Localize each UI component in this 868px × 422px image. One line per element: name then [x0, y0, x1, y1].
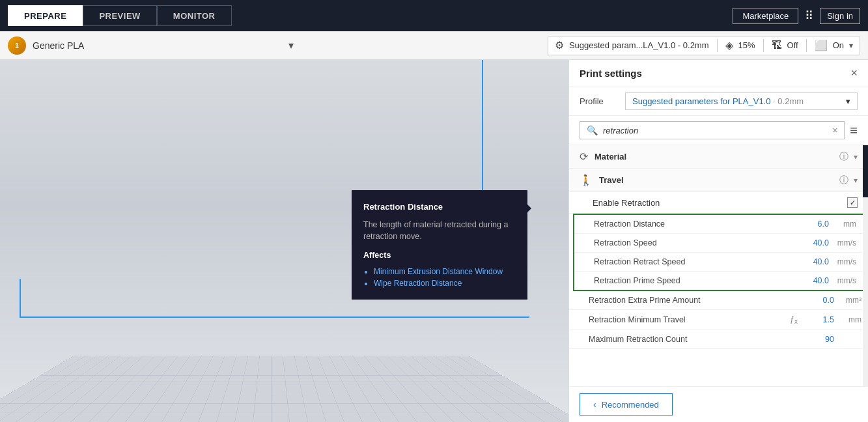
- top-nav: PREPARE PREVIEW MONITOR Marketplace ⠿ Si…: [0, 0, 868, 31]
- retraction-min-travel-unit: mm: [837, 315, 861, 324]
- retraction-distance-value: 6.0: [796, 219, 829, 229]
- retraction-retract-speed-row: Retraction Retract Speed 40.0 mm/s: [574, 253, 863, 272]
- search-icon: 🔍: [587, 125, 598, 135]
- affects-item-2: Wipe Retraction Distance: [374, 277, 516, 289]
- separator3: [806, 39, 807, 52]
- close-panel-btn[interactable]: ×: [850, 66, 858, 80]
- right-panel: Print settings × Profile Suggested param…: [568, 60, 868, 422]
- adhesion-label: On: [833, 40, 844, 50]
- fx-icon: ƒx: [790, 315, 798, 325]
- profile-select-text: Suggested parameters for PLA_V1.0 · 0.2m…: [632, 96, 804, 106]
- material-label-section: Material: [595, 152, 839, 162]
- retraction-extra-prime-label: Retraction Extra Prime Amount: [589, 296, 802, 305]
- search-row: 🔍 × ≡: [569, 116, 868, 145]
- infill-percent: 15%: [738, 40, 755, 50]
- retraction-distance-unit: mm: [832, 219, 856, 229]
- material-dropdown-icon[interactable]: ▾: [288, 39, 294, 51]
- separator1: [717, 39, 718, 52]
- prepare-btn[interactable]: PREPARE: [8, 5, 83, 26]
- enable-retraction-label: Enable Retraction: [593, 198, 847, 208]
- retraction-params-block: Retraction Distance 6.0 mm Retraction Sp…: [573, 214, 864, 291]
- retraction-extra-prime-unit: mm³: [837, 296, 861, 305]
- scrollbar-thumb[interactable]: [863, 145, 868, 197]
- profile-select[interactable]: Suggested parameters for PLA_V1.0 · 0.2m…: [625, 92, 858, 110]
- enable-retraction-row: Enable Retraction ✓: [569, 192, 868, 214]
- viewport: Retraction Distance The length of materi…: [0, 60, 568, 422]
- retraction-retract-speed-value: 40.0: [796, 257, 829, 266]
- enable-retraction-checkbox[interactable]: ✓: [847, 197, 858, 208]
- affects-item-1: Minimum Extrusion Distance Window: [374, 266, 516, 277]
- profile-circle: 1: [8, 36, 26, 55]
- profile-short-label: Suggested param...LA_V1.0 - 0.2mm: [569, 40, 709, 50]
- travel-icon: 🚶: [580, 174, 593, 186]
- search-box: 🔍 ×: [580, 121, 845, 139]
- retraction-min-travel-label: Retraction Minimum Travel: [589, 315, 790, 324]
- tooltip-affects-list: Minimum Extrusion Distance Window Wipe R…: [363, 266, 516, 289]
- travel-chevron-icon[interactable]: ▾: [854, 176, 858, 185]
- profile-row-label: Profile: [580, 96, 619, 106]
- infill-icon: ◈: [725, 39, 733, 51]
- material-label: Generic PLA: [33, 40, 286, 51]
- material-icon: ⟳: [580, 150, 588, 163]
- top-right-controls: ⚙ Suggested param...LA_V1.0 - 0.2mm ◈ 15…: [548, 36, 860, 55]
- travel-section-header[interactable]: 🚶 Travel ⓘ ▾: [569, 169, 868, 192]
- material-chevron-icon[interactable]: ▾: [854, 152, 858, 162]
- retraction-prime-speed-row: Retraction Prime Speed 40.0 mm/s: [574, 272, 863, 290]
- bottom-bar: ‹ Recommended: [569, 386, 868, 422]
- sign-in-btn[interactable]: Sign in: [820, 8, 860, 24]
- tooltip-body: The length of material retracted during …: [363, 219, 516, 244]
- settings-content: ⟳ Material ⓘ ▾ 🚶 Travel ⓘ ▾ Enable Retra…: [569, 145, 868, 354]
- menu-icon[interactable]: ≡: [850, 123, 858, 138]
- rec-chevron-icon: ‹: [593, 399, 596, 410]
- retraction-min-travel-value: 1.5: [802, 315, 834, 324]
- preview-btn[interactable]: PREVIEW: [83, 5, 156, 26]
- retraction-extra-prime-value: 0.0: [802, 296, 834, 305]
- grid-icon[interactable]: ⠿: [805, 8, 813, 23]
- settings-icon: ⚙: [555, 39, 564, 51]
- travel-info-icon[interactable]: ⓘ: [839, 175, 848, 186]
- retraction-retract-speed-unit: mm/s: [832, 257, 856, 266]
- retraction-prime-speed-unit: mm/s: [832, 276, 856, 285]
- profile-chevron-icon: ▾: [846, 96, 850, 106]
- retraction-distance-label: Retraction Distance: [594, 219, 796, 229]
- retraction-min-travel-row: Retraction Minimum Travel ƒx 1.5 mm: [569, 310, 868, 330]
- controls-chevron[interactable]: ▾: [849, 41, 853, 50]
- panel-title: Print settings: [580, 68, 642, 79]
- marketplace-btn[interactable]: Marketplace: [733, 8, 798, 24]
- material-section-header[interactable]: ⟳ Material ⓘ ▾: [569, 145, 868, 169]
- retraction-tooltip: Retraction Distance The length of materi…: [352, 190, 527, 300]
- tooltip-title: Retraction Distance: [363, 201, 516, 214]
- retraction-prime-speed-value: 40.0: [796, 276, 829, 285]
- retraction-speed-unit: mm/s: [832, 238, 856, 247]
- retraction-speed-row: Retraction Speed 40.0 mm/s: [574, 234, 863, 253]
- grid-floor: [0, 356, 568, 422]
- second-bar: 1 Generic PLA ▾ ⚙ Suggested param...LA_V…: [0, 31, 868, 60]
- adhesion-icon: ⬜: [815, 39, 828, 51]
- tooltip-affects-label: Affects: [363, 249, 516, 262]
- retraction-retract-speed-label: Retraction Retract Speed: [594, 257, 796, 266]
- retraction-prime-speed-label: Retraction Prime Speed: [594, 276, 796, 285]
- support-label: Off: [787, 40, 798, 50]
- search-input[interactable]: [603, 126, 827, 135]
- recommended-btn[interactable]: ‹ Recommended: [580, 393, 673, 415]
- retraction-speed-value: 40.0: [796, 238, 829, 247]
- max-retraction-count-label: Maximum Retraction Count: [589, 335, 802, 344]
- separator2: [763, 39, 764, 52]
- main-area: Retraction Distance The length of materi…: [0, 60, 868, 422]
- material-info-icon[interactable]: ⓘ: [839, 151, 848, 163]
- search-clear-icon[interactable]: ×: [832, 125, 837, 135]
- monitor-btn[interactable]: MONITOR: [157, 5, 232, 26]
- recommended-label: Recommended: [602, 400, 659, 410]
- panel-header: Print settings ×: [569, 60, 868, 87]
- support-icon: 🏗: [772, 40, 782, 51]
- max-retraction-count-row: Maximum Retraction Count 90: [569, 330, 868, 349]
- retraction-speed-label: Retraction Speed: [594, 238, 796, 247]
- max-retraction-count-value: 90: [802, 335, 834, 344]
- panel-scroll-wrapper: ⟳ Material ⓘ ▾ 🚶 Travel ⓘ ▾ Enable Retra…: [569, 145, 868, 386]
- retraction-distance-row: Retraction Distance 6.0 mm: [574, 215, 863, 234]
- profile-value-gray: · 0.2mm: [773, 96, 804, 106]
- scrollbar-track: [863, 145, 868, 386]
- travel-label-section: Travel: [599, 175, 839, 185]
- retraction-extra-prime-row: Retraction Extra Prime Amount 0.0 mm³: [569, 291, 868, 310]
- profile-value-blue: Suggested parameters for PLA_V1.0: [632, 96, 770, 106]
